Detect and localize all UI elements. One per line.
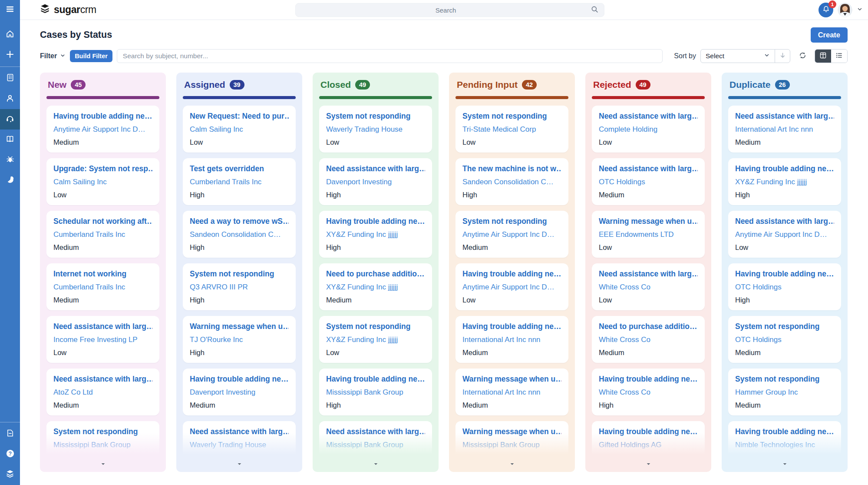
case-subject-link[interactable]: Having trouble adding ne… — [462, 322, 561, 331]
account-link[interactable]: Mississippi Bank Group — [326, 441, 425, 449]
account-link[interactable]: AtoZ Co Ltd — [53, 388, 152, 397]
account-link[interactable]: Q3 ARVRO III PR — [190, 283, 289, 292]
sidebar-item-help[interactable]: ? — [0, 444, 20, 465]
sidebar-item-create[interactable] — [0, 45, 20, 65]
account-link[interactable]: Hammer Group Inc — [735, 388, 834, 397]
account-link[interactable]: XY&Z Funding Inc jjjjjj — [326, 336, 425, 344]
case-subject-link[interactable]: Need assistance with larg… — [735, 112, 834, 121]
account-link[interactable]: OTC Holdings — [735, 283, 834, 292]
sort-direction-button[interactable] — [775, 50, 790, 63]
sidebar-item-sugar-logo[interactable] — [0, 465, 20, 485]
case-subject-link[interactable]: Need to purchase additio… — [599, 322, 698, 331]
sidebar-item-cases[interactable] — [0, 109, 20, 130]
case-card[interactable]: Having trouble adding ne… Davenport Inve… — [183, 369, 296, 415]
case-subject-link[interactable]: Schedular not working aft… — [53, 217, 152, 226]
case-subject-link[interactable]: System not responding — [735, 322, 834, 331]
case-subject-link[interactable]: Test gets overridden — [190, 164, 289, 173]
column-scroll-down-button[interactable] — [646, 461, 651, 468]
case-card[interactable]: Need assistance with larg… AtoZ Co Ltd M… — [46, 369, 159, 415]
sidebar-item-knowledge-base[interactable] — [0, 130, 20, 150]
case-subject-link[interactable]: System not responding — [462, 112, 561, 121]
case-card[interactable]: System not responding Anytime Air Suppor… — [455, 211, 568, 258]
case-subject-link[interactable]: Having trouble adding ne… — [735, 164, 834, 173]
account-link[interactable]: Anytime Air Support Inc D… — [462, 230, 561, 239]
case-card[interactable]: Need assistance with larg… Anytime Air S… — [728, 211, 841, 258]
case-subject-link[interactable]: Need assistance with larg… — [326, 164, 425, 173]
case-card[interactable]: The new machine is not w… Sandeon Consol… — [455, 158, 568, 205]
case-card[interactable]: Need assistance with larg… OTC Holdings … — [592, 158, 705, 205]
account-link[interactable]: Complete Holding — [599, 125, 698, 134]
case-subject-link[interactable]: System not responding — [326, 322, 425, 331]
account-link[interactable]: XY&Z Funding Inc jjjjjj — [735, 178, 834, 186]
account-link[interactable]: Nimble Technologies Inc — [735, 441, 834, 449]
case-card[interactable]: Having trouble adding ne… International … — [455, 316, 568, 363]
kanban-view-button[interactable] — [815, 50, 831, 63]
case-card[interactable]: Warning message when u… EEE Endowments L… — [592, 211, 705, 258]
case-subject-link[interactable]: System not responding — [735, 375, 834, 384]
case-card[interactable]: Having trouble adding ne… XY&Z Funding I… — [319, 211, 432, 258]
case-card[interactable]: Need assistance with larg… Mississippi B… — [319, 421, 432, 459]
column-scroll-down-button[interactable] — [237, 461, 242, 468]
case-subject-link[interactable]: Having trouble adding ne… — [462, 269, 561, 279]
sidebar-item-bugs[interactable] — [0, 150, 20, 170]
account-link[interactable]: XY&Z Funding Inc jjjjjj — [326, 230, 425, 239]
case-subject-link[interactable]: Warning message when u… — [190, 322, 289, 331]
case-subject-link[interactable]: Upgrade: System not resp… — [53, 164, 152, 173]
case-subject-link[interactable]: Having trouble adding ne… — [599, 375, 698, 384]
board-search-input[interactable] — [117, 49, 663, 63]
case-subject-link[interactable]: Need a way to remove wS… — [190, 217, 289, 226]
case-card[interactable]: System not responding Waverly Trading Ho… — [319, 106, 432, 153]
case-card[interactable]: Need assistance with larg… Income Free I… — [46, 316, 159, 363]
case-subject-link[interactable]: Having trouble adding ne… — [735, 269, 834, 279]
hamburger-menu-button[interactable] — [0, 0, 20, 20]
sidebar-item-documents[interactable] — [0, 424, 20, 444]
account-link[interactable]: XY&Z Funding Inc jjjjjj — [326, 283, 425, 292]
account-link[interactable]: Gifted Holdings AG — [599, 441, 698, 449]
account-link[interactable]: White Cross Co — [599, 283, 698, 292]
global-search-input[interactable] — [301, 7, 591, 14]
account-link[interactable]: OTC Holdings — [735, 336, 834, 344]
case-subject-link[interactable]: Having trouble adding ne… — [53, 112, 152, 121]
account-link[interactable]: Waverly Trading House — [190, 441, 289, 449]
account-link[interactable]: OTC Holdings — [599, 178, 698, 186]
case-subject-link[interactable]: Having trouble adding ne… — [326, 375, 425, 384]
column-scroll-down-button[interactable] — [509, 461, 515, 468]
case-card[interactable]: Need assistance with larg… Waverly Tradi… — [183, 421, 296, 459]
account-link[interactable]: Sandeon Consolidation C… — [462, 178, 561, 186]
case-card[interactable]: Need assistance with larg… Davenport Inv… — [319, 158, 432, 205]
case-subject-link[interactable]: Having trouble adding ne… — [599, 427, 698, 436]
case-subject-link[interactable]: Need assistance with larg… — [190, 427, 289, 436]
sidebar-item-home[interactable] — [0, 24, 20, 45]
avatar[interactable] — [838, 3, 852, 17]
sort-select[interactable]: Select — [701, 50, 775, 63]
case-card[interactable]: Having trouble adding ne… Gifted Holding… — [592, 421, 705, 459]
case-subject-link[interactable]: Need assistance with larg… — [326, 427, 425, 436]
column-scroll-down-button[interactable] — [373, 461, 379, 468]
account-link[interactable]: Davenport Investing — [326, 178, 425, 186]
case-subject-link[interactable]: Warning message when u… — [599, 217, 698, 226]
case-card[interactable]: System not responding Tri-State Medical … — [455, 106, 568, 153]
notifications-button[interactable]: 1 — [818, 3, 833, 17]
case-subject-link[interactable]: Need assistance with larg… — [735, 217, 834, 226]
account-link[interactable]: Mississippi Bank Group — [53, 441, 152, 449]
case-subject-link[interactable]: System not responding — [190, 269, 289, 279]
account-link[interactable]: EEE Endowments LTD — [599, 230, 698, 239]
case-subject-link[interactable]: Need assistance with larg… — [599, 164, 698, 173]
case-card[interactable]: Warning message when u… International Ar… — [455, 369, 568, 415]
filter-dropdown[interactable]: Filter — [40, 52, 66, 60]
case-card[interactable]: Having trouble adding ne… Anytime Air Su… — [455, 263, 568, 310]
account-link[interactable]: Cumberland Trails Inc — [53, 230, 152, 239]
account-link[interactable]: Calm Sailing Inc — [53, 178, 152, 186]
account-link[interactable]: International Art Inc nnn — [735, 125, 834, 134]
account-link[interactable]: International Art Inc nnn — [462, 336, 561, 344]
case-subject-link[interactable]: Internet not working — [53, 269, 152, 279]
case-card[interactable]: Need assistance with larg… International… — [728, 106, 841, 153]
case-subject-link[interactable]: Need assistance with larg… — [53, 375, 152, 384]
account-link[interactable]: Calm Sailing Inc — [190, 125, 289, 134]
case-card[interactable]: Need to purchase additio… XY&Z Funding I… — [319, 263, 432, 310]
case-subject-link[interactable]: System not responding — [326, 112, 425, 121]
case-subject-link[interactable]: System not responding — [53, 427, 152, 436]
case-subject-link[interactable]: Having trouble adding ne… — [190, 375, 289, 384]
account-link[interactable]: Sandeon Consolidation C… — [190, 230, 289, 239]
case-card[interactable]: Need a way to remove wS… Sandeon Consoli… — [183, 211, 296, 258]
